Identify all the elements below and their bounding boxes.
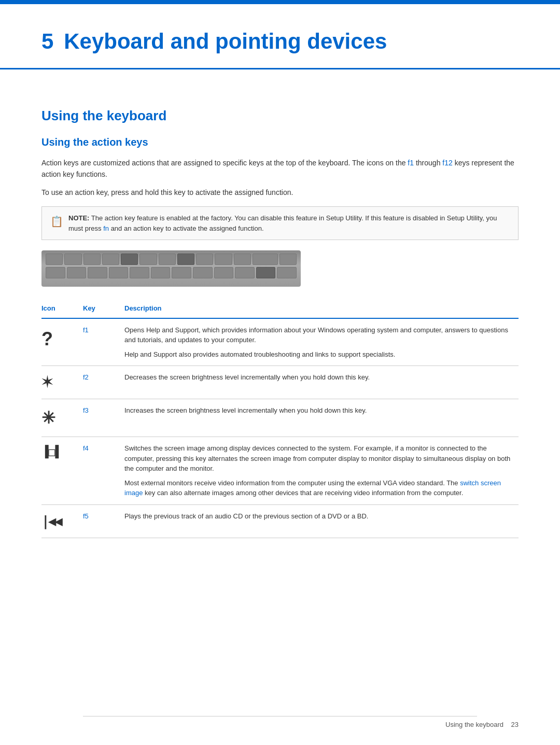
key-n12	[277, 267, 297, 278]
icon-cell-f3: ✳	[41, 399, 83, 437]
key-f9	[196, 254, 213, 265]
fn-link[interactable]: fn	[103, 224, 109, 232]
table-row: ✳ f3 Increases the screen brightness lev…	[41, 399, 519, 437]
key-cell-f4: f4	[83, 437, 124, 505]
switch-screen-image-link[interactable]: switch screen image	[124, 479, 501, 497]
desc-cell-f1: Opens Help and Support, which provides i…	[124, 318, 519, 366]
table-row: ? f1 Opens Help and Support, which provi…	[41, 318, 519, 366]
brightness-increase-icon: ✳	[41, 409, 55, 427]
desc-f2-p1: Decreases the screen brightness level in…	[124, 372, 512, 383]
chapter-number: 5	[41, 29, 53, 53]
key-f8	[177, 254, 194, 265]
col-header-desc: Description	[124, 299, 519, 318]
footer: Using the keyboard 23	[445, 720, 519, 730]
note-icon: 📋	[50, 214, 63, 229]
note-text: NOTE: The action key feature is enabled …	[68, 213, 510, 233]
intro-paragraph-2: To use an action key, press and hold thi…	[41, 187, 519, 198]
footer-page: 23	[511, 721, 519, 728]
key-n1	[46, 267, 65, 278]
desc-f4-p2: Most external monitors receive video inf…	[124, 478, 512, 498]
keyboard-image	[41, 250, 301, 287]
icon-cell-f1: ?	[41, 318, 83, 366]
icon-cell-f4: ▐□▌	[41, 437, 83, 505]
col-header-key: Key	[83, 299, 124, 318]
key-n2	[67, 267, 87, 278]
desc-f1-p2: Help and Support also provides automated…	[124, 349, 512, 360]
key-f4	[102, 254, 119, 265]
page: 5 Keyboard and pointing devices Using th…	[0, 0, 560, 745]
top-bar	[0, 0, 560, 4]
icon-cell-f5: |◀◀	[41, 504, 83, 538]
key-f3	[83, 254, 101, 265]
table-row: ✶ f2 Decreases the screen brightness lev…	[41, 366, 519, 399]
key-cell-f5: f5	[83, 504, 124, 538]
key-f7	[159, 254, 176, 265]
desc-cell-f4: Switches the screen image among display …	[124, 437, 519, 505]
icon-cell-f2: ✶	[41, 366, 83, 399]
key-f2-link[interactable]: f2	[83, 373, 89, 381]
key-f5-link[interactable]: f5	[83, 512, 89, 520]
brightness-decrease-icon: ✶	[41, 374, 53, 390]
key-n6	[151, 267, 171, 278]
note-box: 📋 NOTE: The action key feature is enable…	[41, 206, 519, 240]
key-n7	[172, 267, 191, 278]
question-icon: ?	[41, 328, 53, 349]
key-f12	[253, 254, 278, 265]
key-f10	[215, 254, 232, 265]
action-keys-table: Icon Key Description ? f1 Opens Help and…	[41, 299, 519, 538]
f1-link[interactable]: f1	[408, 159, 414, 167]
col-header-icon: Icon	[41, 299, 83, 318]
desc-f3-p1: Increases the screen brightness level in…	[124, 405, 512, 416]
key-n10	[235, 267, 255, 278]
note-label: NOTE:	[68, 214, 89, 222]
desc-cell-f3: Increases the screen brightness level in…	[124, 399, 519, 437]
key-n4	[109, 267, 129, 278]
previous-track-icon: |◀◀	[41, 513, 61, 529]
key-n3	[88, 267, 107, 278]
key-f11	[234, 254, 251, 265]
chapter-header: 5 Keyboard and pointing devices	[0, 4, 560, 69]
intro1-text: Action keys are customized actions that …	[41, 159, 408, 167]
intro-paragraph-1: Action keys are customized actions that …	[41, 157, 519, 180]
key-cell-f1: f1	[83, 318, 124, 366]
content-area: Using the keyboard Using the action keys…	[0, 75, 560, 569]
key-f4-link[interactable]: f4	[83, 444, 89, 452]
key-extra	[279, 254, 297, 265]
footer-text: Using the keyboard	[445, 721, 503, 728]
intro1-mid: through	[414, 159, 442, 167]
key-n5	[130, 267, 149, 278]
key-n11	[256, 267, 276, 278]
desc-f1-p1: Opens Help and Support, which provides i…	[124, 325, 512, 345]
key-f5	[121, 254, 138, 265]
f12-link[interactable]: f12	[442, 159, 452, 167]
key-cell-f3: f3	[83, 399, 124, 437]
desc-f5-p1: Plays the previous track of an audio CD …	[124, 511, 512, 522]
key-f3-link[interactable]: f3	[83, 406, 89, 414]
key-row-top	[46, 254, 297, 265]
key-cell-f2: f2	[83, 366, 124, 399]
table-row: |◀◀ f5 Plays the previous track of an au…	[41, 504, 519, 538]
footer-divider	[83, 716, 477, 716]
section-h3-heading: Using the action keys	[41, 134, 519, 150]
desc-cell-f2: Decreases the screen brightness level in…	[124, 366, 519, 399]
chapter-title: Keyboard and pointing devices	[64, 29, 387, 53]
key-f2	[64, 254, 81, 265]
key-f1	[46, 254, 63, 265]
key-f6	[139, 254, 157, 265]
desc-cell-f5: Plays the previous track of an audio CD …	[124, 504, 519, 538]
table-row: ▐□▌ f4 Switches the screen image among d…	[41, 437, 519, 505]
key-n8	[193, 267, 213, 278]
switch-screen-icon: ▐□▌	[41, 445, 62, 458]
key-f1-link[interactable]: f1	[83, 326, 89, 334]
section-h2-heading: Using the keyboard	[41, 106, 519, 126]
desc-f4-p1: Switches the screen image among display …	[124, 443, 512, 474]
table-header-row: Icon Key Description	[41, 299, 519, 318]
key-row-bottom	[46, 267, 297, 278]
key-n9	[214, 267, 234, 278]
note-text2: and an action key to activate the assign…	[109, 224, 263, 232]
